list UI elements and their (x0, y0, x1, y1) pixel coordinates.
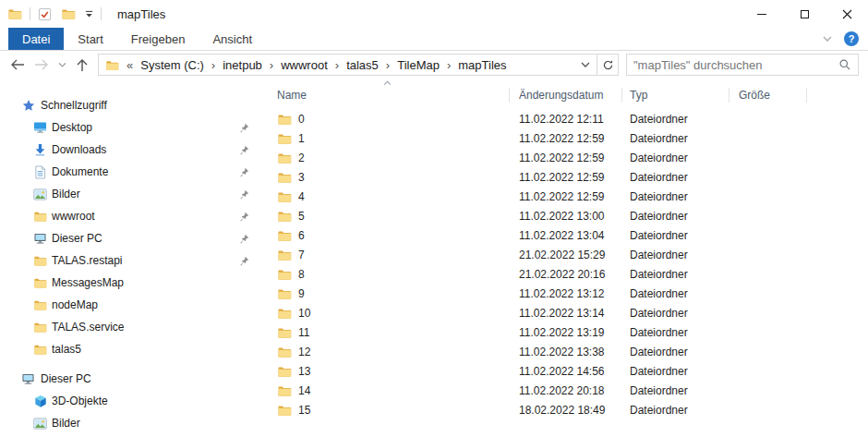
qat-customize-icon[interactable] (85, 10, 93, 18)
search-box[interactable] (626, 54, 859, 76)
quick-access-toolbar (38, 6, 93, 21)
titlebar-divider (101, 7, 102, 20)
table-row[interactable]: 1311.02.2022 14:56Dateiordner (261, 361, 868, 381)
table-row[interactable]: 111.02.2022 12:59Dateiordner (261, 128, 868, 148)
sidebar-item-bilder[interactable]: Bilder (0, 412, 261, 434)
file-list-pane: NameÄnderungsdatumTypGröße 011.02.2022 1… (261, 79, 868, 436)
tab-freigeben[interactable]: Freigeben (117, 28, 199, 50)
sidebar-item-bilder[interactable]: Bilder (0, 183, 261, 205)
table-row[interactable]: 411.02.2022 12:59Dateiordner (261, 187, 868, 206)
table-row[interactable]: 721.02.2022 15:29Dateiordner (261, 245, 868, 264)
sidebar-item-label: Downloads (52, 143, 106, 156)
sidebar-item-talas-restapi[interactable]: TALAS.restapi (0, 249, 261, 272)
breadcrumb-overflow[interactable]: « (127, 58, 133, 72)
column-header-nderungsdatum[interactable]: Änderungsdatum (510, 83, 622, 107)
ribbon-tabbar-right: ? (823, 28, 868, 50)
close-icon (842, 9, 852, 19)
table-row[interactable]: 1111.02.2022 13:19Dateiordner (261, 322, 868, 342)
breadcrumb-item-wwwroot[interactable]: wwwroot (281, 58, 328, 72)
ribbon-tab-bar: DateiStartFreigebenAnsicht ? (0, 28, 868, 51)
sidebar-item-nodemap[interactable]: nodeMap (0, 294, 261, 316)
sidebar-section-dieser-pc[interactable]: Dieser PC (0, 368, 261, 390)
new-folder-icon[interactable] (61, 6, 76, 21)
file-modified-cell: 11.02.2022 20:18 (510, 384, 622, 397)
file-name-cell: 12 (261, 345, 510, 359)
breadcrumb-separator-icon: › (335, 58, 339, 72)
sidebar-item-3d-objekte[interactable]: 3D-Objekte (0, 390, 261, 412)
file-type-cell: Dateiordner (622, 190, 729, 203)
file-modified-cell: 11.02.2022 13:19 (510, 326, 622, 339)
sidebar-item-talas-service[interactable]: TALAS.service (0, 316, 261, 338)
file-type-cell: Dateiordner (622, 268, 729, 281)
column-header-typ[interactable]: Typ (622, 83, 729, 107)
folder-icon (277, 131, 292, 146)
table-row[interactable]: 1411.02.2022 20:18Dateiordner (261, 381, 868, 400)
breadcrumb-item-maptiles[interactable]: mapTiles (458, 58, 506, 72)
search-icon[interactable] (838, 58, 851, 71)
table-row[interactable]: 511.02.2022 13:00Dateiordner (261, 206, 868, 225)
breadcrumb-item-system-c[interactable]: System (C:) (140, 58, 204, 72)
folder-icon (277, 228, 292, 243)
close-button[interactable] (826, 0, 868, 28)
sidebar-item-downloads[interactable]: Downloads (0, 139, 261, 161)
table-row[interactable]: 1518.02.2022 18:49Dateiordner (261, 400, 868, 419)
table-row[interactable]: 911.02.2022 13:12Dateiordner (261, 284, 868, 303)
sidebar-section-schnellzugriff[interactable]: Schnellzugriff (0, 94, 261, 116)
table-row[interactable]: 611.02.2022 13:04Dateiordner (261, 225, 868, 245)
forward-button[interactable] (30, 58, 54, 71)
sidebar-item-dokumente[interactable]: Dokumente (0, 161, 261, 183)
breadcrumb-separator-icon: › (270, 58, 273, 72)
pictures-icon (33, 188, 47, 201)
table-row[interactable]: 821.02.2022 20:16Dateiordner (261, 264, 868, 284)
file-type-cell: Dateiordner (622, 384, 729, 397)
sidebar-item-desktop[interactable]: Desktop (0, 116, 261, 139)
breadcrumb-item-inetpub[interactable]: inetpub (223, 58, 262, 72)
file-list: 011.02.2022 12:11Dateiordner111.02.2022 … (261, 109, 868, 419)
column-header-name[interactable]: Name (261, 83, 510, 107)
maximize-button[interactable] (783, 0, 826, 28)
content-area: SchnellzugriffDesktopDownloadsDokumenteB… (0, 79, 868, 436)
file-type-cell: Dateiordner (622, 132, 729, 145)
ribbon-collapse-icon[interactable] (823, 35, 832, 42)
up-button[interactable] (70, 58, 94, 72)
folder-icon (277, 286, 292, 301)
pin-icon (239, 145, 249, 155)
sidebar-item-dieser-pc[interactable]: Dieser PC (0, 227, 261, 249)
address-dropdown-icon[interactable] (581, 61, 590, 68)
address-bar[interactable]: « System (C:)›inetpub›wwwroot›talas5›Til… (98, 54, 597, 76)
file-name-cell: 15 (261, 403, 510, 418)
breadcrumb-separator-icon: › (447, 58, 451, 72)
folder-icon (277, 345, 292, 359)
recent-locations-icon[interactable] (54, 62, 70, 68)
file-modified-cell: 11.02.2022 12:59 (510, 190, 622, 203)
window-controls (741, 0, 868, 28)
sidebar-item-label: TALAS.restapi (52, 254, 122, 267)
minimize-button[interactable] (741, 0, 783, 28)
file-modified-cell: 11.02.2022 14:56 (510, 365, 622, 378)
sidebar-item-label: Desktop (52, 121, 92, 134)
file-name-cell: 13 (261, 364, 510, 379)
column-header-gr-e[interactable]: Größe (729, 83, 807, 107)
back-button[interactable] (6, 58, 30, 71)
breadcrumb-item-talas5[interactable]: talas5 (346, 58, 379, 72)
table-row[interactable]: 211.02.2022 12:59Dateiordner (261, 148, 868, 167)
folder-icon (277, 189, 292, 204)
table-row[interactable]: 011.02.2022 12:11Dateiordner (261, 109, 868, 128)
sidebar-item-wwwroot[interactable]: wwwroot (0, 205, 261, 227)
refresh-button[interactable] (597, 54, 619, 76)
tab-ansicht[interactable]: Ansicht (199, 28, 266, 50)
help-icon[interactable]: ? (844, 31, 859, 46)
sidebar-item-messagesmap[interactable]: MessagesMap (0, 272, 261, 294)
tab-start[interactable]: Start (64, 28, 116, 50)
table-row[interactable]: 311.02.2022 12:59Dateiordner (261, 167, 868, 187)
breadcrumb-separator-icon: › (386, 58, 390, 72)
breadcrumb-item-tilemap[interactable]: TileMap (397, 58, 440, 72)
document-icon (33, 165, 47, 179)
table-row[interactable]: 1011.02.2022 13:14Dateiordner (261, 303, 868, 322)
file-name-cell: 0 (261, 112, 510, 127)
properties-check-icon[interactable] (38, 7, 52, 21)
tab-datei[interactable]: Datei (8, 28, 64, 50)
sidebar-item-talas5[interactable]: talas5 (0, 338, 261, 360)
search-input[interactable] (633, 58, 838, 72)
table-row[interactable]: 1211.02.2022 13:38Dateiordner (261, 342, 868, 361)
